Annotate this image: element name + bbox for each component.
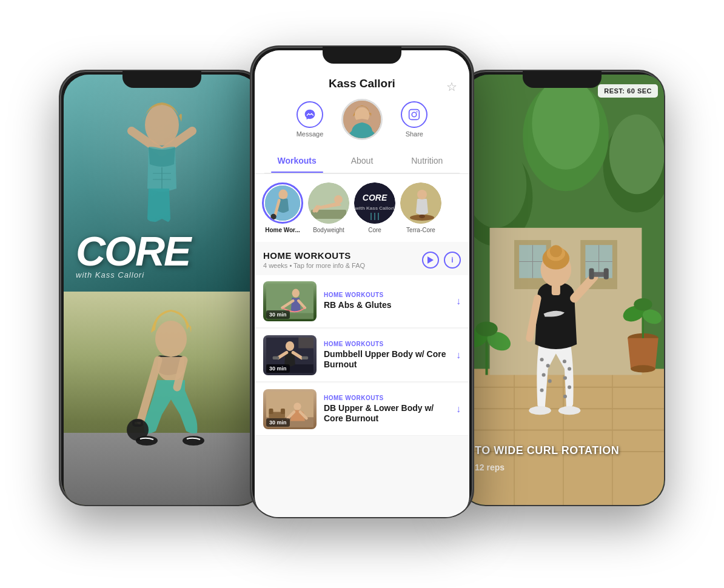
tab-workouts[interactable]: Workouts (264, 149, 329, 173)
category-home-workouts[interactable]: Home Wor... (262, 182, 303, 233)
right-screen: REST: 60 SEC (464, 75, 665, 506)
svg-rect-111 (604, 269, 609, 279)
svg-point-113 (529, 406, 551, 415)
tab-about[interactable]: About (329, 149, 394, 173)
svg-rect-49 (302, 356, 309, 359)
svg-point-45 (286, 341, 294, 351)
left-top-bg: CORE with Kass Callori (64, 75, 260, 292)
svg-point-106 (550, 245, 562, 257)
svg-rect-60 (465, 369, 665, 506)
svg-point-17 (417, 111, 418, 112)
share-action[interactable]: Share (401, 101, 427, 138)
terra-thumb (400, 182, 441, 224)
section-actions: i (422, 252, 461, 269)
section-subtitle: 4 weeks • Tap for more info & FAQ (263, 262, 365, 269)
svg-rect-55 (281, 409, 285, 414)
left-top-section: CORE with Kass Callori (64, 75, 260, 292)
kettlebell-figure (64, 292, 260, 506)
reps-count: 12 reps (475, 463, 657, 472)
section-title: HOME WORKOUTS (263, 250, 365, 261)
svg-point-100 (563, 376, 567, 380)
workout-info-2: HOME WORKOUTS Dumbbell Upper Body w/ Cor… (324, 341, 449, 370)
workout-cat-2: HOME WORKOUTS (324, 341, 449, 347)
section-title-text: HOME WORKOUTS 4 weeks • Tap for more inf… (263, 250, 365, 269)
exercise-video: REST: 60 SEC (464, 75, 665, 506)
svg-point-95 (542, 373, 546, 377)
workout-item-2[interactable]: 30 min HOME WORKOUTS Dumbbell Upper Body… (255, 329, 469, 382)
phone-right: REST: 60 SEC (459, 70, 665, 506)
svg-rect-107 (552, 284, 560, 295)
message-action[interactable]: Message (297, 101, 324, 138)
svg-point-97 (540, 389, 544, 392)
core-text: CORE with Kass Callori (76, 234, 190, 279)
workout-item-3[interactable]: 30 min HOME WORKOUTS DB Upper & Lower Bo… (255, 383, 469, 436)
core-thumb-bg: CORE with Kass Callori (354, 182, 395, 224)
svg-point-6 (155, 321, 187, 357)
scene-bg-svg (464, 75, 665, 506)
phone-center: Kass Callori ☆ Message (250, 45, 474, 518)
time-badge-3: 30 min (266, 416, 290, 427)
svg-point-84 (631, 365, 655, 372)
home-thumb-bg (265, 185, 300, 221)
share-label: Share (406, 130, 423, 138)
center-notch (323, 47, 401, 64)
svg-point-36 (419, 215, 425, 218)
svg-point-69 (465, 142, 526, 228)
workout-thumb-1: 30 min (263, 281, 317, 321)
workout-item-1[interactable]: 30 min HOME WORKOUTS RB Abs & Glutes ↓ (255, 275, 469, 328)
svg-point-98 (563, 359, 566, 363)
svg-rect-54 (269, 409, 273, 414)
svg-point-12 (183, 436, 204, 446)
profile-name: Kass Callori (264, 77, 460, 90)
message-label: Message (297, 130, 324, 138)
exercise-label: TO WIDE CURL ROTATION 12 reps (464, 444, 665, 472)
profile-avatar (341, 99, 383, 140)
time-badge-2: 30 min (266, 362, 290, 373)
share-icon (401, 101, 427, 128)
person-bottom-bg (64, 292, 260, 506)
core-thumb: CORE with Kass Callori (354, 182, 395, 224)
svg-point-71 (609, 115, 665, 194)
star-button[interactable]: ☆ (446, 79, 457, 94)
workout-cat-3: HOME WORKOUTS (324, 395, 449, 401)
svg-point-102 (563, 395, 567, 398)
right-notch (523, 71, 602, 88)
svg-point-39 (292, 289, 300, 298)
category-bodyweight[interactable]: Bodyweight (308, 182, 349, 233)
category-core[interactable]: CORE with Kass Callori Core (354, 182, 395, 233)
workout-thumb-2: 30 min (263, 335, 317, 375)
download-icon-2[interactable]: ↓ (456, 350, 461, 361)
svg-point-94 (546, 364, 550, 367)
workout-title-1: RB Abs & Glutes (324, 300, 449, 311)
download-icon-1[interactable]: ↓ (456, 296, 461, 307)
workout-title-3: DB Upper & Lower Body w/ Core Burnout (324, 403, 449, 424)
download-icon-3[interactable]: ↓ (456, 404, 461, 415)
workout-info-1: HOME WORKOUTS RB Abs & Glutes (324, 292, 449, 311)
category-terra-core[interactable]: Terra-Core (400, 182, 441, 233)
svg-point-101 (568, 386, 571, 389)
center-screen: Kass Callori ☆ Message (255, 50, 469, 518)
left-notch (122, 71, 201, 88)
svg-text:CORE: CORE (363, 193, 387, 202)
info-button[interactable]: i (444, 252, 461, 269)
terra-label: Terra-Core (406, 227, 435, 233)
svg-rect-15 (409, 110, 420, 120)
play-button[interactable] (422, 252, 439, 269)
home-workouts-label: Home Wor... (265, 227, 300, 233)
svg-point-19 (278, 190, 287, 200)
phone-left: CORE with Kass Callori (59, 70, 265, 506)
kettlebell-silhouette (64, 292, 260, 506)
message-icon (297, 101, 323, 128)
rest-badge: REST: 60 SEC (598, 84, 658, 98)
svg-point-99 (568, 367, 571, 370)
svg-line-26 (317, 207, 319, 211)
svg-point-73 (532, 78, 599, 170)
svg-marker-37 (427, 256, 434, 264)
time-badge-1: 30 min (266, 308, 290, 319)
tab-nutrition[interactable]: Nutrition (395, 149, 460, 173)
left-screen: CORE with Kass Callori (64, 75, 260, 506)
svg-point-92 (475, 322, 497, 336)
bodyweight-thumb-bg (308, 182, 349, 224)
core-label: Core (368, 227, 381, 233)
svg-point-16 (412, 112, 417, 117)
